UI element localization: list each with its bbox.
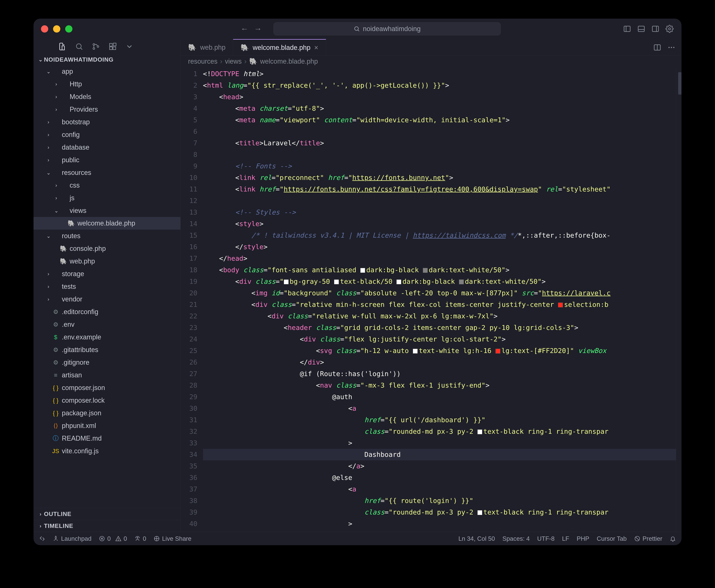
tree-item[interactable]: ⌄views: [34, 204, 180, 217]
tree-item-label: welcome.blade.php: [78, 219, 135, 227]
tree-item-label: vite.config.js: [62, 447, 99, 455]
tree-item[interactable]: ⚙.editorconfig: [34, 306, 180, 318]
nav-back-button[interactable]: ←: [240, 24, 249, 34]
outline-section[interactable]: › OUTLINE: [34, 508, 180, 520]
config-icon: ⚙: [52, 321, 60, 328]
project-header[interactable]: ⌄ NOIDEAWHATIMDOING: [34, 54, 180, 65]
tree-item[interactable]: $.env.example: [34, 331, 180, 343]
launchpad-button[interactable]: Launchpad: [53, 535, 91, 542]
svg-rect-6: [652, 26, 659, 31]
timeline-section[interactable]: › TIMELINE: [34, 520, 180, 532]
tree-item[interactable]: ⓘREADME.md: [34, 432, 180, 445]
svg-line-1: [358, 30, 359, 31]
encoding-button[interactable]: UTF-8: [537, 535, 555, 542]
ports-button[interactable]: 0: [135, 535, 146, 542]
tree-item[interactable]: ⚙.gitignore: [34, 356, 180, 369]
tree-item-label: composer.lock: [62, 397, 105, 404]
breadcrumb-segment[interactable]: resources: [188, 58, 218, 65]
tree-item[interactable]: ›vendor: [34, 293, 180, 306]
tree-item[interactable]: ⟨⟩phpunit.xml: [34, 419, 180, 432]
tree-item[interactable]: ›database: [34, 141, 180, 154]
svg-point-27: [118, 540, 118, 540]
tree-item[interactable]: 🐘welcome.blade.php: [34, 217, 180, 230]
editor-body[interactable]: 1234567891011121314151617181920212223242…: [181, 67, 681, 532]
tree-item[interactable]: ›css: [34, 179, 180, 192]
chevron-down-icon[interactable]: [125, 42, 134, 51]
tree-item[interactable]: { }composer.json: [34, 381, 180, 394]
settings-gear-icon[interactable]: [665, 24, 674, 33]
tree-item[interactable]: ≡artisan: [34, 369, 180, 381]
breadcrumb-segment[interactable]: views: [225, 58, 242, 65]
config-icon: ⚙: [52, 308, 60, 315]
tree-item-label: .env.example: [62, 333, 101, 341]
breadcrumb[interactable]: resources›views›🐘welcome.blade.php: [181, 56, 681, 67]
chevron-down-icon: ⌄: [37, 57, 44, 63]
svg-point-21: [671, 47, 672, 48]
main-area: ⌄ NOIDEAWHATIMDOING ⌄app›Http›Models›Pro…: [34, 39, 681, 532]
php-icon: 🐘: [188, 44, 197, 51]
liveshare-button[interactable]: Live Share: [154, 535, 191, 542]
tree-item[interactable]: ›bootstrap: [34, 116, 180, 128]
indentation-button[interactable]: Spaces: 4: [502, 535, 530, 542]
tree-item[interactable]: ›Models: [34, 90, 180, 103]
command-center[interactable]: noideawhatimdoing: [273, 22, 501, 35]
explorer-icon[interactable]: [58, 42, 67, 51]
statusbar: Launchpad 0 0 0 Live Share Ln 34, Col 50…: [34, 532, 681, 545]
remote-button[interactable]: [39, 536, 45, 542]
close-window-button[interactable]: [41, 25, 48, 33]
tree-item[interactable]: 🐘web.php: [34, 255, 180, 268]
tree-item[interactable]: ›Providers: [34, 103, 180, 116]
cursor-position[interactable]: Ln 34, Col 50: [458, 535, 495, 542]
source-control-icon[interactable]: [91, 42, 101, 51]
tree-item[interactable]: { }package.json: [34, 407, 180, 419]
tree-item-label: js: [70, 194, 75, 202]
close-tab-icon[interactable]: ×: [314, 44, 318, 52]
tree-item-label: config: [62, 131, 80, 139]
layout-panel-bottom-icon[interactable]: [637, 24, 646, 33]
maximize-window-button[interactable]: [65, 25, 73, 33]
tree-item[interactable]: ›js: [34, 192, 180, 204]
tree-item[interactable]: ›Http: [34, 78, 180, 90]
tree-item[interactable]: ⌄resources: [34, 166, 180, 179]
svg-point-22: [673, 47, 675, 48]
split-editor-icon[interactable]: [653, 43, 662, 52]
minimap[interactable]: [676, 67, 681, 532]
extensions-icon[interactable]: [108, 42, 117, 51]
chevron-right-icon: ›: [37, 523, 44, 529]
tree-item[interactable]: ⌄routes: [34, 230, 180, 242]
editor-tab[interactable]: 🐘web.php: [181, 39, 233, 56]
prettier-button[interactable]: Prettier: [634, 535, 662, 542]
tree-item-label: artisan: [62, 371, 82, 379]
tree-item-label: bootstrap: [62, 118, 90, 126]
notifications-button[interactable]: [670, 536, 676, 542]
tree-item[interactable]: ›config: [34, 128, 180, 141]
tree-item-label: vendor: [62, 295, 82, 303]
tree-item[interactable]: ›storage: [34, 268, 180, 280]
tree-item[interactable]: 🐘console.php: [34, 242, 180, 255]
svg-point-13: [97, 46, 99, 47]
search-activity-icon[interactable]: [75, 42, 84, 51]
nav-forward-button[interactable]: →: [253, 24, 263, 34]
tree-item-label: css: [70, 182, 80, 189]
language-mode-button[interactable]: PHP: [577, 535, 589, 542]
tree-item-label: .env: [62, 321, 75, 329]
code-content[interactable]: <!DOCTYPE html><html lang="{{ str_replac…: [203, 67, 676, 532]
layout-sidebar-right-icon[interactable]: [651, 24, 660, 33]
eol-button[interactable]: LF: [562, 535, 569, 542]
json-icon: { }: [52, 397, 60, 404]
minimize-window-button[interactable]: [53, 25, 60, 33]
tree-item[interactable]: JSvite.config.js: [34, 445, 180, 457]
more-actions-icon[interactable]: [667, 43, 676, 52]
tree-item[interactable]: ⚙.env: [34, 318, 180, 331]
editor-tab[interactable]: 🐘welcome.blade.php×: [233, 39, 326, 56]
minimap-thumb[interactable]: [678, 72, 681, 94]
tree-item[interactable]: { }composer.lock: [34, 394, 180, 407]
breadcrumb-segment[interactable]: welcome.blade.php: [260, 58, 318, 65]
tree-item[interactable]: ⌄app: [34, 65, 180, 78]
tree-item[interactable]: ⚙.gitattributes: [34, 343, 180, 356]
tree-item[interactable]: ›public: [34, 154, 180, 166]
cursor-tab-button[interactable]: Cursor Tab: [597, 535, 627, 542]
tree-item[interactable]: ›tests: [34, 280, 180, 293]
problems-button[interactable]: 0 0: [99, 535, 127, 542]
layout-sidebar-left-icon[interactable]: [622, 24, 632, 33]
